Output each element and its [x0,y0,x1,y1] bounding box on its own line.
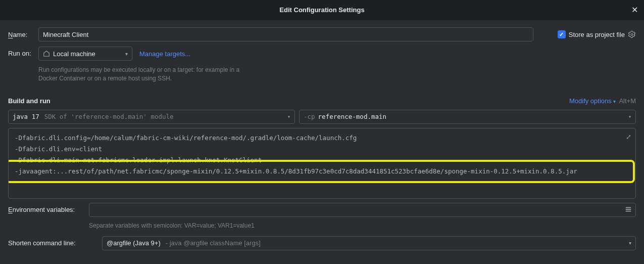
buildrun-header: Build and run Modify options ▾ Alt+M [8,97,636,105]
modify-options-group: Modify options ▾ Alt+M [569,97,636,105]
chevron-down-icon: ▾ [628,114,631,119]
shorten-hint: - java @argfile className [args] [166,239,261,247]
runon-label: Run on: [8,47,38,57]
dialog-title: Edit Configuration Settings [279,6,364,14]
shorten-dropdown[interactable]: @argfile (Java 9+) - java @argfile class… [102,236,636,250]
shorten-label: Shorten command line: [8,239,102,247]
runon-hint: Run configurations may be executed local… [38,66,240,83]
vm-options-text: -Dfabric.dli.config=/home/calum/fabric-c… [15,134,577,175]
list-icon[interactable] [625,206,632,213]
runon-value: Local machine [53,50,95,58]
store-label: Store as project file [569,31,625,38]
name-label: Name: [8,31,38,38]
sdk-hint: SDK of 'reference-mod.main' module [44,113,174,120]
cp-flag: -cp [304,113,315,120]
svg-rect-2 [626,210,631,211]
buildrun-title: Build and run [8,97,51,105]
manage-targets-link[interactable]: Manage targets... [139,50,190,58]
modify-shortcut: Alt+M [619,97,636,105]
vm-options-textarea[interactable]: ⤢-Dfabric.dli.config=/home/calum/fabric-… [8,128,636,199]
env-label: Environment variables: [8,206,89,213]
sdk-dropdown[interactable]: java 17 SDK of 'reference-mod.main' modu… [8,110,295,124]
cp-value: reference-mod.main [318,113,386,120]
sdk-cp-row: java 17 SDK of 'reference-mod.main' modu… [8,110,636,124]
name-row: Name: ✓ Store as project file [8,27,636,41]
chevron-down-icon: ▾ [629,240,631,246]
runon-dropdown[interactable]: Local machine ▾ [38,47,132,61]
home-icon [43,50,50,57]
name-input[interactable] [38,27,533,41]
shorten-value: @argfile (Java 9+) [107,239,161,247]
dialog-content: Name: ✓ Store as project file Run on: Lo… [0,20,644,264]
svg-rect-0 [626,207,631,208]
expand-icon[interactable]: ⤢ [626,131,631,143]
store-as-project-group: ✓ Store as project file [558,30,636,38]
env-hint: Separate variables with semicolon: VAR=v… [89,222,636,229]
env-input[interactable] [89,203,636,217]
close-icon[interactable]: ✕ [631,5,638,15]
svg-rect-1 [626,209,631,210]
store-checkbox[interactable]: ✓ [558,30,566,38]
chevron-down-icon: ▾ [125,51,128,57]
dialog-header: Edit Configuration Settings ✕ [0,0,644,20]
gear-icon[interactable] [628,30,636,38]
modify-options-link[interactable]: Modify options ▾ [569,97,616,105]
shorten-row: Shorten command line: @argfile (Java 9+)… [8,236,636,250]
classpath-field[interactable]: -cp reference-mod.main ▾ [299,110,636,124]
chevron-down-icon: ▾ [287,114,290,119]
env-row: Environment variables: [8,203,636,217]
runon-row: Run on: Local machine ▾ Manage targets..… [8,47,636,61]
sdk-value: java 17 [13,113,39,120]
check-icon: ✓ [559,31,564,38]
